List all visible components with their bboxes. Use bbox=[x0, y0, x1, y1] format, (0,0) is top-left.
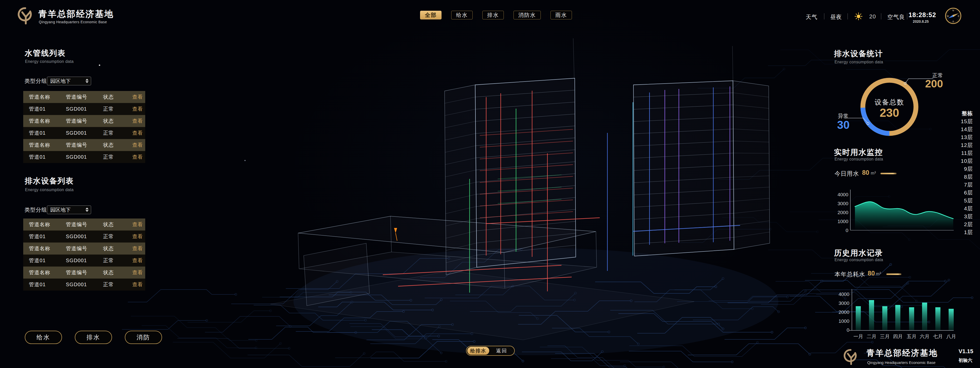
view-link: 查看 bbox=[132, 94, 145, 101]
year-total-value: 80 bbox=[868, 270, 875, 277]
realtime-panel-subtitle: Energy consumption data bbox=[835, 157, 883, 162]
floor-item-8[interactable]: 9层 bbox=[932, 165, 973, 173]
cell-code: SGD001 bbox=[66, 154, 103, 160]
cell-code: SGD001 bbox=[66, 234, 103, 240]
cell-status: 状态 bbox=[103, 142, 132, 149]
select-arrows-icon bbox=[86, 79, 89, 83]
view-link[interactable]: 查看 bbox=[132, 130, 145, 136]
floor-item-15[interactable]: 整栋 bbox=[932, 109, 973, 117]
daynight-toggle[interactable]: 昼夜 bbox=[830, 13, 842, 21]
temperature-value: 20 bbox=[869, 13, 876, 20]
cell-name: 管道01 bbox=[29, 130, 66, 136]
donut-center-label: 设备总数 bbox=[859, 98, 920, 107]
history-panel-title: 历史用水记录 bbox=[834, 248, 883, 258]
svg-text:1000: 1000 bbox=[838, 318, 850, 324]
table-header-row: 管道名称管道编号状态查看 bbox=[23, 267, 145, 278]
pipe-filter-label: 类型分组 bbox=[24, 77, 47, 85]
floor-item-1[interactable]: 2层 bbox=[932, 220, 973, 228]
view-link: 查看 bbox=[132, 269, 145, 276]
floor-item-10[interactable]: 11层 bbox=[932, 149, 973, 157]
view-link[interactable]: 查看 bbox=[132, 257, 145, 264]
cell-code: SGD001 bbox=[66, 258, 103, 264]
divider bbox=[848, 13, 848, 19]
tab-rain-water[interactable]: 雨水 bbox=[550, 11, 572, 19]
cell-code: 管道编号 bbox=[66, 221, 103, 228]
donut-abnormal-value: 30 bbox=[837, 118, 850, 131]
pipe-system-tabs: 全部给水排水消防水雨水 bbox=[420, 11, 572, 19]
svg-text:1000: 1000 bbox=[838, 219, 848, 224]
today-usage-bar bbox=[880, 173, 897, 174]
floor-item-11[interactable]: 12层 bbox=[932, 141, 973, 149]
select-arrows-icon bbox=[86, 208, 89, 212]
cell-name: 管道01 bbox=[29, 257, 66, 264]
compass-icon[interactable]: N E S W bbox=[944, 7, 962, 25]
table-row: 管道01SGD001正常查看 bbox=[23, 151, 145, 163]
table-header-row: 管道名称管道编号状态查看 bbox=[23, 139, 145, 151]
table-header-row: 管道名称管道编号状态查看 bbox=[23, 219, 145, 230]
floor-item-5[interactable]: 6层 bbox=[932, 189, 973, 197]
back-button[interactable]: 返回 bbox=[489, 347, 514, 354]
realtime-panel-title: 实时用水监控 bbox=[834, 147, 883, 158]
bottom-mode-control: 给排水 返回 bbox=[466, 346, 515, 356]
table-header-row: 管道名称管道编号状态查看 bbox=[23, 243, 145, 254]
floor-item-7[interactable]: 8层 bbox=[932, 173, 973, 181]
floor-item-4[interactable]: 5层 bbox=[932, 197, 973, 205]
svg-text:0: 0 bbox=[845, 228, 848, 233]
pipe-table: 管道名称管道编号状态查看管道01SGD001正常查看管道名称管道编号状态查看管道… bbox=[23, 91, 145, 163]
bar-六月 bbox=[922, 302, 927, 330]
device-filter-select[interactable]: 园区地下 bbox=[47, 205, 91, 214]
bar-一月 bbox=[856, 306, 861, 330]
tab-drainage[interactable]: 排水 bbox=[482, 11, 504, 19]
floor-item-3[interactable]: 4层 bbox=[932, 205, 973, 212]
floor-item-14[interactable]: 15层 bbox=[932, 117, 973, 125]
floor-item-0[interactable]: 1层 bbox=[932, 228, 973, 236]
table-row: 管道01SGD001正常查看 bbox=[23, 127, 145, 139]
tab-fire-water[interactable]: 消防水 bbox=[514, 11, 541, 19]
floor-item-2[interactable]: 3层 bbox=[932, 212, 973, 220]
today-usage-value: 80 bbox=[862, 169, 869, 176]
cell-name: 管道名称 bbox=[29, 94, 66, 101]
floor-item-12[interactable]: 13层 bbox=[932, 133, 973, 141]
app-subtitle: Qingyang Headquarters Economic Base bbox=[39, 20, 107, 24]
view-link[interactable]: 查看 bbox=[132, 233, 145, 240]
footer-subtitle: Qingyang Headquarters Economic Base bbox=[867, 360, 935, 365]
floor-item-13[interactable]: 14层 bbox=[932, 125, 973, 133]
floor-selector: 整栋15层14层13层12层11层10层9层8层7层6层5层4层3层2层1层 bbox=[932, 109, 973, 236]
bar-三月 bbox=[882, 306, 887, 330]
floor-item-6[interactable]: 7层 bbox=[932, 181, 973, 189]
view-link[interactable]: 查看 bbox=[132, 106, 145, 112]
action-button-3[interactable]: 消防 bbox=[125, 331, 162, 344]
svg-text:五月: 五月 bbox=[907, 334, 916, 339]
action-button-2[interactable]: 排水 bbox=[75, 331, 112, 344]
time-value: 18:28:52 bbox=[908, 11, 933, 19]
cell-code: SGD001 bbox=[66, 130, 103, 136]
compass-e: E bbox=[958, 15, 959, 18]
floor-item-9[interactable]: 10层 bbox=[932, 157, 973, 165]
cell-name: 管道名称 bbox=[29, 269, 66, 276]
action-button-1[interactable]: 给水 bbox=[25, 331, 62, 344]
cell-code: SGD001 bbox=[66, 106, 103, 112]
table-row: 管道01SGD001正常查看 bbox=[23, 278, 145, 291]
device-filter-value: 园区地下 bbox=[50, 207, 71, 213]
brand-logo-icon bbox=[16, 6, 35, 26]
cell-status: 正常 bbox=[103, 130, 132, 136]
tab-water-supply[interactable]: 给水 bbox=[451, 11, 473, 19]
device-panel-subtitle: Energy consumption data bbox=[25, 187, 74, 192]
svg-text:3000: 3000 bbox=[838, 201, 848, 206]
tab-all[interactable]: 全部 bbox=[420, 11, 442, 19]
view-link: 查看 bbox=[132, 245, 145, 252]
weather-label[interactable]: 天气 bbox=[806, 13, 818, 21]
cell-code: 管道编号 bbox=[66, 245, 103, 252]
view-link: 查看 bbox=[132, 118, 145, 125]
today-usage-label: 今日用水 bbox=[835, 170, 859, 178]
cell-name: 管道名称 bbox=[29, 221, 66, 228]
particle-dot bbox=[245, 160, 245, 161]
year-total-label: 本年总耗水 bbox=[835, 270, 865, 278]
pipe-panel-title: 水管线列表 bbox=[25, 48, 65, 59]
scene-3d-viewport[interactable] bbox=[0, 0, 980, 368]
view-link[interactable]: 查看 bbox=[132, 281, 145, 288]
pipe-filter-select[interactable]: 园区地下 bbox=[47, 77, 91, 85]
mode-water-drain-button[interactable]: 给排水 bbox=[467, 347, 489, 355]
divider bbox=[907, 13, 907, 19]
view-link[interactable]: 查看 bbox=[132, 154, 145, 160]
